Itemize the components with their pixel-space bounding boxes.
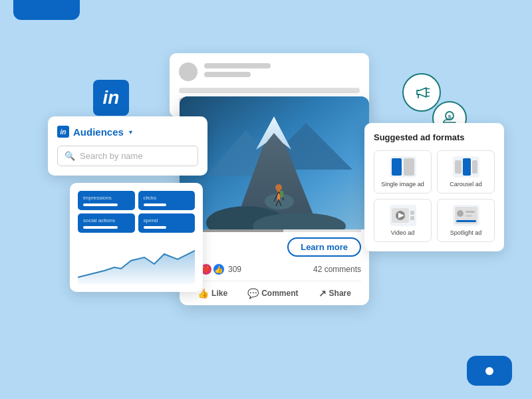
spend-label: spend <box>144 217 190 223</box>
social-actions-cell: social actions <box>78 213 135 233</box>
comment-icon: 💬 <box>247 288 259 299</box>
ad-formats-card: Suggested ad formats Single image ad Ca <box>364 123 504 251</box>
spend-cell: spend <box>138 213 196 233</box>
share-icon: ↗ <box>319 288 327 299</box>
post-name-line-1 <box>204 63 271 68</box>
single-image-ad-label: Single image ad <box>378 181 427 188</box>
mountain-post: Learn more 🟢 ❤️ 👍 309 42 comments 👍 Like… <box>180 96 369 305</box>
analytics-card: impressions clicks social actions spend <box>70 183 203 292</box>
post-avatar <box>179 63 198 81</box>
clicks-bar <box>144 203 167 206</box>
svg-rect-19 <box>472 160 477 174</box>
top-button[interactable] <box>13 0 80 20</box>
like-emoji: 👍 <box>213 263 225 275</box>
search-box[interactable]: 🔍 Search by name <box>57 146 198 166</box>
ad-formats-title: Suggested ad formats <box>374 132 495 142</box>
linkedin-logo: in <box>93 80 129 116</box>
mountain-post-actions: Learn more 🟢 ❤️ 👍 309 42 comments 👍 Like… <box>180 229 369 305</box>
bottom-button-dot <box>485 367 493 375</box>
svg-rect-24 <box>410 216 414 220</box>
audiences-card: in Audiences ▾ 🔍 Search by name <box>48 116 207 176</box>
ad-formats-grid: Single image ad Carousel ad <box>374 150 495 242</box>
audiences-title[interactable]: Audiences <box>73 126 124 138</box>
social-actions-label: social actions <box>83 217 130 223</box>
svg-rect-15 <box>392 158 402 176</box>
comment-label: Comment <box>261 289 298 298</box>
svg-rect-16 <box>404 158 414 176</box>
impressions-cell: impressions <box>78 191 135 210</box>
social-actions-bar <box>83 226 118 229</box>
single-image-ad-item[interactable]: Single image ad <box>374 150 432 194</box>
reaction-bar: 🟢 ❤️ 👍 309 42 comments <box>188 261 361 281</box>
spotlight-ad-icon <box>453 205 479 226</box>
video-ad-item[interactable]: Video ad <box>374 199 432 242</box>
single-image-ad-icon <box>390 156 416 178</box>
svg-rect-27 <box>466 211 475 213</box>
li-badge-text: in <box>61 128 66 136</box>
share-label: Share <box>329 289 351 298</box>
carousel-ad-item[interactable]: Carousel ad <box>437 150 495 194</box>
svg-point-26 <box>457 210 464 217</box>
svg-rect-28 <box>466 215 472 217</box>
audiences-header: in Audiences ▾ <box>57 126 198 138</box>
li-badge: in <box>57 126 69 138</box>
svg-rect-17 <box>455 160 462 174</box>
video-ad-label: Video ad <box>378 229 427 236</box>
search-icon: 🔍 <box>65 151 75 161</box>
spotlight-ad-item[interactable]: Spotlight ad <box>437 199 495 242</box>
svg-rect-18 <box>463 158 471 176</box>
like-button[interactable]: 👍 Like <box>198 288 227 299</box>
bottom-button[interactable] <box>467 356 512 386</box>
learn-more-bar: Learn more <box>188 232 361 261</box>
post-card-header <box>179 63 360 81</box>
carousel-ad-label: Carousel ad <box>442 181 490 188</box>
spotlight-ad-label: Spotlight ad <box>442 229 490 236</box>
mountain-image <box>180 96 369 229</box>
svg-text:$: $ <box>448 114 452 120</box>
megaphone-icon <box>402 73 441 112</box>
video-ad-icon <box>390 205 416 226</box>
audiences-dropdown-arrow[interactable]: ▾ <box>129 128 132 136</box>
svg-point-9 <box>275 184 282 191</box>
analytics-chart <box>78 241 195 284</box>
post-name-line-2 <box>204 72 251 77</box>
clicks-cell: clicks <box>138 191 196 210</box>
spend-bar <box>144 226 167 229</box>
comments-count: 42 comments <box>313 265 361 274</box>
action-buttons: 👍 Like 💬 Comment ↗ Share <box>188 285 361 300</box>
share-button[interactable]: ↗ Share <box>319 288 351 299</box>
impressions-label: impressions <box>83 195 130 201</box>
analytics-grid: impressions clicks social actions spend <box>78 191 195 233</box>
comment-button[interactable]: 💬 Comment <box>247 288 298 299</box>
like-label: Like <box>211 289 227 298</box>
post-text-line-1 <box>179 88 360 93</box>
svg-rect-23 <box>410 211 414 215</box>
reaction-count: 309 <box>228 265 241 274</box>
svg-rect-29 <box>456 220 476 222</box>
clicks-label: clicks <box>144 195 190 201</box>
learn-more-button[interactable]: Learn more <box>287 237 361 257</box>
linkedin-logo-text: in <box>103 87 120 108</box>
post-name-lines <box>204 63 360 80</box>
carousel-ad-icon <box>453 156 479 178</box>
search-input[interactable]: Search by name <box>80 151 143 161</box>
impressions-bar <box>83 203 118 206</box>
svg-rect-14 <box>280 191 283 198</box>
